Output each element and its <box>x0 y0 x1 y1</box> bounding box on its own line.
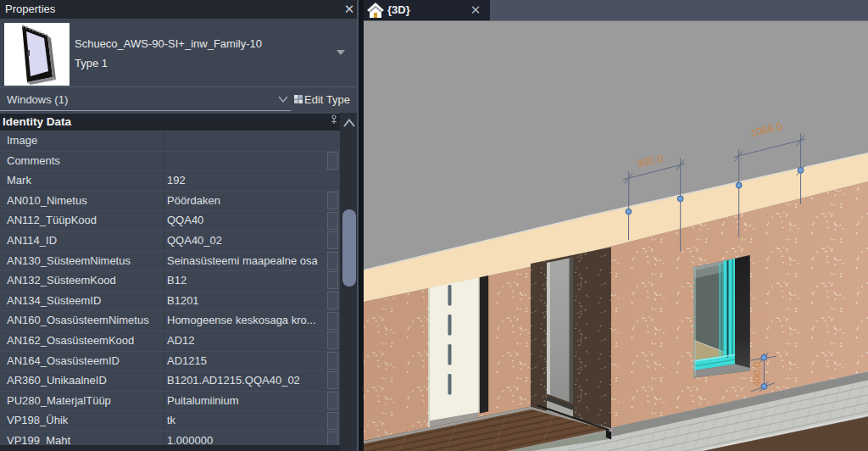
svg-text:400.0: 400.0 <box>752 362 762 387</box>
